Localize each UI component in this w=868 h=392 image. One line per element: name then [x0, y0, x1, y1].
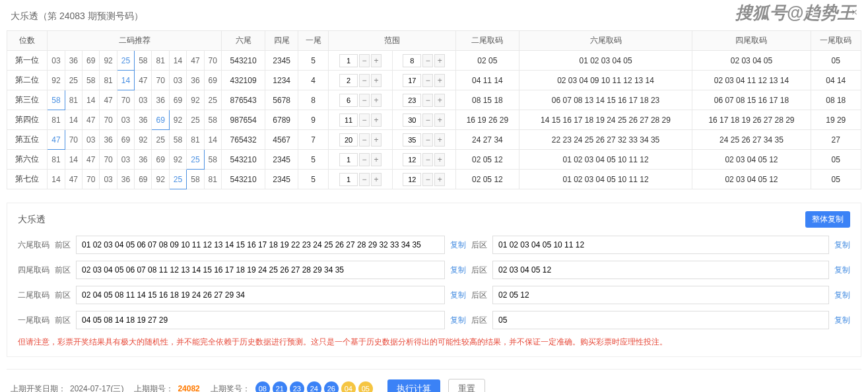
num-cell[interactable]: 81	[65, 90, 82, 110]
num-cell[interactable]: 58	[187, 170, 204, 189]
minus-icon[interactable]: −	[422, 153, 433, 166]
range-input[interactable]	[403, 153, 421, 166]
front-input[interactable]	[76, 236, 445, 254]
back-input[interactable]	[492, 286, 829, 304]
range-input[interactable]	[403, 54, 421, 67]
plus-icon[interactable]: +	[434, 173, 445, 186]
num-cell[interactable]: 25	[117, 51, 134, 71]
minus-icon[interactable]: −	[359, 94, 370, 107]
range-input[interactable]	[339, 114, 358, 127]
minus-icon[interactable]: −	[422, 114, 433, 127]
num-cell[interactable]: 47	[135, 71, 152, 90]
num-cell[interactable]: 47	[48, 130, 65, 150]
plus-icon[interactable]: +	[434, 133, 445, 147]
num-cell[interactable]: 36	[100, 130, 117, 150]
num-cell[interactable]: 03	[48, 51, 65, 71]
num-cell[interactable]: 47	[65, 170, 82, 189]
front-input[interactable]	[76, 286, 445, 304]
minus-icon[interactable]: −	[422, 74, 433, 87]
num-cell[interactable]: 14	[117, 71, 134, 90]
plus-icon[interactable]: +	[371, 74, 382, 87]
plus-icon[interactable]: +	[434, 74, 445, 87]
range-input[interactable]	[403, 94, 421, 107]
num-cell[interactable]: 58	[135, 51, 152, 71]
num-cell[interactable]: 92	[152, 170, 169, 189]
num-cell[interactable]: 47	[100, 90, 117, 110]
num-cell[interactable]: 69	[152, 150, 169, 170]
num-cell[interactable]: 14	[83, 90, 100, 110]
num-cell[interactable]: 36	[65, 51, 82, 71]
minus-icon[interactable]: −	[422, 133, 433, 147]
num-cell[interactable]: 69	[169, 90, 186, 110]
copy-link[interactable]: 复制	[450, 315, 466, 326]
plus-icon[interactable]: +	[371, 114, 382, 127]
num-cell[interactable]: 70	[83, 170, 100, 189]
minus-icon[interactable]: −	[359, 133, 370, 147]
num-cell[interactable]: 58	[169, 130, 186, 150]
num-cell[interactable]: 69	[83, 51, 100, 71]
range-input[interactable]	[403, 133, 421, 147]
plus-icon[interactable]: +	[371, 54, 382, 67]
num-cell[interactable]: 81	[100, 71, 117, 90]
num-cell[interactable]: 58	[48, 90, 65, 110]
num-cell[interactable]: 14	[169, 51, 186, 71]
num-cell[interactable]: 14	[48, 170, 65, 189]
plus-icon[interactable]: +	[371, 173, 382, 186]
num-cell[interactable]: 25	[204, 90, 221, 110]
num-cell[interactable]: 03	[100, 170, 117, 189]
num-cell[interactable]: 81	[152, 51, 169, 71]
num-cell[interactable]: 92	[169, 110, 186, 130]
front-input[interactable]	[76, 261, 445, 279]
minus-icon[interactable]: −	[359, 173, 370, 186]
minus-icon[interactable]: −	[359, 54, 370, 67]
back-input[interactable]	[492, 236, 829, 254]
copy-link[interactable]: 复制	[834, 290, 850, 301]
num-cell[interactable]: 36	[187, 71, 204, 90]
copy-link[interactable]: 复制	[834, 265, 850, 276]
plus-icon[interactable]: +	[434, 54, 445, 67]
minus-icon[interactable]: −	[422, 94, 433, 107]
num-cell[interactable]: 03	[117, 150, 134, 170]
num-cell[interactable]: 36	[117, 170, 134, 189]
reset-button[interactable]: 重置	[448, 379, 485, 392]
back-input[interactable]	[492, 261, 829, 279]
num-cell[interactable]: 92	[135, 130, 152, 150]
back-input[interactable]	[492, 311, 829, 329]
minus-icon[interactable]: −	[359, 114, 370, 127]
num-cell[interactable]: 03	[135, 90, 152, 110]
num-cell[interactable]: 69	[135, 170, 152, 189]
num-cell[interactable]: 03	[83, 130, 100, 150]
num-cell[interactable]: 69	[117, 130, 134, 150]
copy-link[interactable]: 复制	[450, 265, 466, 276]
plus-icon[interactable]: +	[434, 114, 445, 127]
num-cell[interactable]: 69	[152, 110, 169, 130]
range-input[interactable]	[339, 74, 358, 87]
num-cell[interactable]: 47	[83, 150, 100, 170]
num-cell[interactable]: 92	[100, 51, 117, 71]
num-cell[interactable]: 70	[100, 110, 117, 130]
range-input[interactable]	[339, 54, 358, 67]
plus-icon[interactable]: +	[371, 153, 382, 166]
num-cell[interactable]: 70	[117, 90, 134, 110]
minus-icon[interactable]: −	[359, 74, 370, 87]
copy-link[interactable]: 复制	[450, 240, 466, 251]
num-cell[interactable]: 25	[65, 71, 82, 90]
copy-all-button[interactable]: 整体复制	[805, 211, 850, 228]
plus-icon[interactable]: +	[434, 94, 445, 107]
num-cell[interactable]: 25	[169, 170, 186, 189]
close-icon[interactable]: ×	[851, 7, 857, 18]
num-cell[interactable]: 92	[48, 71, 65, 90]
minus-icon[interactable]: −	[359, 153, 370, 166]
copy-link[interactable]: 复制	[834, 240, 850, 251]
num-cell[interactable]: 58	[204, 150, 221, 170]
num-cell[interactable]: 81	[204, 170, 221, 189]
num-cell[interactable]: 25	[152, 130, 169, 150]
num-cell[interactable]: 58	[83, 71, 100, 90]
range-input[interactable]	[339, 173, 358, 186]
range-input[interactable]	[339, 133, 358, 147]
num-cell[interactable]: 70	[100, 150, 117, 170]
num-cell[interactable]: 47	[187, 51, 204, 71]
plus-icon[interactable]: +	[371, 133, 382, 147]
range-input[interactable]	[403, 114, 421, 127]
num-cell[interactable]: 70	[65, 130, 82, 150]
